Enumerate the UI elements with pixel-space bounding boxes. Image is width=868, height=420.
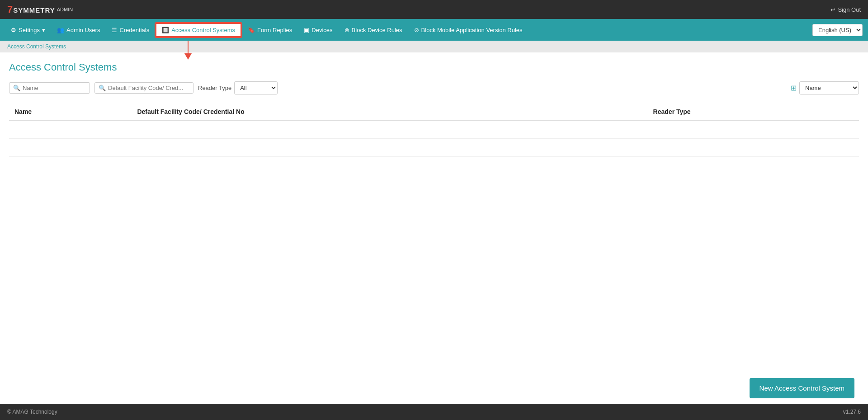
nav-devices-label: Devices [311, 27, 332, 33]
name-search-input[interactable] [23, 85, 86, 91]
sort-icon: ⊞ [791, 84, 797, 92]
table-body [9, 120, 859, 157]
settings-dropdown-arrow: ▾ [42, 27, 45, 33]
block-device-icon: ⊗ [344, 27, 349, 33]
nav-credentials[interactable]: ☰ Credentials [106, 24, 155, 36]
nav-settings[interactable]: ⚙ Settings ▾ [5, 24, 51, 36]
topbar: 7SYMMETRY ADMIN ↩ Sign Out [0, 0, 868, 19]
navbar: ⚙ Settings ▾ 👥 Admin Users ☰ Credentials… [0, 19, 868, 41]
nav-block-device-label: Block Device Rules [352, 27, 402, 33]
facility-search-icon: 🔍 [99, 85, 106, 91]
col-facility-code: Default Facility Code/ Credential No [132, 104, 647, 120]
table-row [9, 120, 859, 139]
name-search-icon: 🔍 [13, 85, 20, 91]
nav-credentials-label: Credentials [119, 27, 149, 33]
admin-users-icon: 👥 [57, 27, 64, 33]
copyright: © AMAG Technology [7, 409, 57, 415]
nav-block-device-rules[interactable]: ⊗ Block Device Rules [339, 24, 408, 36]
reader-type-select[interactable]: All Type A Type B Type C [234, 81, 278, 94]
new-acs-button[interactable]: New Access Control System [750, 378, 854, 398]
name-search-wrapper: 🔍 [9, 82, 90, 94]
breadcrumb: Access Control Systems [0, 41, 868, 52]
page-title: Access Control Systems [9, 61, 859, 73]
sort-select[interactable]: Name Reader Type Date Created [799, 81, 859, 94]
acs-icon: 🔲 [162, 27, 169, 33]
filter-row: 🔍 🔍 Reader Type All Type A Type B Type C… [9, 81, 859, 94]
nav-form-replies[interactable]: 🔖 Form Replies [242, 24, 297, 36]
logo-admin: ADMIN [57, 7, 73, 12]
credentials-icon: ☰ [112, 27, 117, 33]
nav-admin-users-label: Admin Users [66, 27, 100, 33]
col-name: Name [9, 104, 132, 120]
signout-button[interactable]: ↩ Sign Out [830, 6, 861, 13]
settings-icon: ⚙ [11, 27, 16, 33]
nav-devices[interactable]: ▣ Devices [298, 24, 338, 36]
footer: © AMAG Technology v1.27.6 [0, 404, 868, 420]
facility-search-input[interactable] [108, 85, 189, 91]
table-row [9, 139, 859, 157]
table-header: Name Default Facility Code/ Credential N… [9, 104, 859, 120]
col-reader-type: Reader Type [648, 104, 859, 120]
logo-red-letter: 7 [7, 4, 13, 15]
navbar-items: ⚙ Settings ▾ 👥 Admin Users ☰ Credentials… [5, 23, 528, 37]
reader-type-filter: Reader Type All Type A Type B Type C [198, 81, 278, 94]
nav-access-control-systems[interactable]: 🔲 Access Control Systems [156, 23, 241, 37]
nav-form-replies-label: Form Replies [257, 27, 292, 33]
version: v1.27.6 [843, 409, 861, 415]
nav-acs-label: Access Control Systems [171, 27, 235, 33]
signout-label: Sign Out [838, 6, 861, 13]
block-mobile-icon: ⊘ [414, 27, 419, 33]
logo: 7SYMMETRY ADMIN [7, 4, 73, 15]
devices-icon: ▣ [304, 27, 309, 33]
nav-block-mobile-rules[interactable]: ⊘ Block Mobile Application Version Rules [409, 24, 528, 36]
language-selector[interactable]: English (US) English (UK) French Spanish [812, 24, 863, 36]
reader-type-label: Reader Type [198, 85, 231, 91]
form-replies-icon: 🔖 [248, 27, 255, 33]
nav-block-mobile-label: Block Mobile Application Version Rules [421, 27, 523, 33]
nav-settings-label: Settings [19, 27, 40, 33]
signout-icon: ↩ [830, 6, 835, 13]
logo-text: 7SYMMETRY [7, 4, 55, 15]
facility-search-wrapper: 🔍 [94, 82, 193, 94]
nav-admin-users[interactable]: 👥 Admin Users [52, 24, 105, 36]
acs-table: Name Default Facility Code/ Credential N… [9, 104, 859, 157]
main-content: Access Control Systems 🔍 🔍 Reader Type A… [0, 52, 868, 404]
breadcrumb-acs[interactable]: Access Control Systems [7, 43, 66, 50]
sort-row: ⊞ Name Reader Type Date Created [791, 81, 859, 94]
